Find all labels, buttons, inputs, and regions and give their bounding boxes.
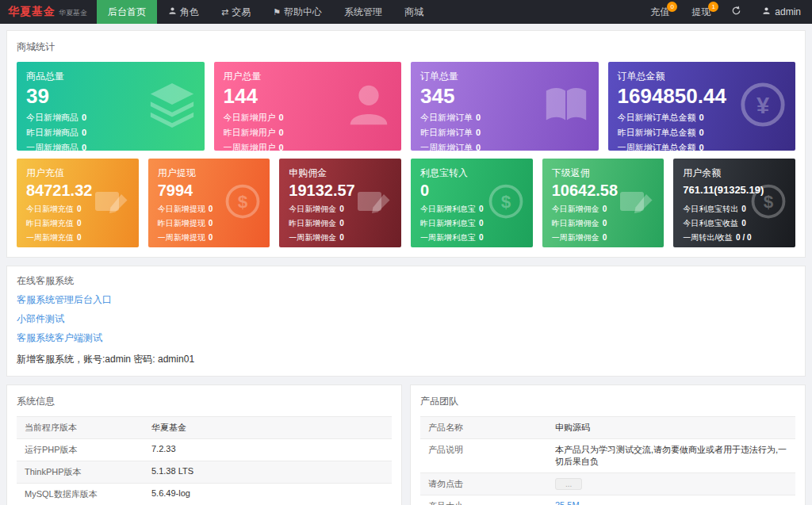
stat-line-value: 0 bbox=[82, 128, 86, 137]
nav-item-help[interactable]: ⚑ 帮助中心 bbox=[262, 0, 333, 24]
service-title: 在线客服系统 bbox=[17, 274, 795, 288]
nav-item-trade-label: 交易 bbox=[232, 6, 251, 19]
card-stat-line: 一周新增订单0 bbox=[420, 142, 589, 151]
stat-line-value: 0 bbox=[741, 219, 746, 228]
book-icon bbox=[542, 80, 591, 132]
table-row: 产品名称申购源码 bbox=[420, 417, 795, 439]
stat-line-value: 0 bbox=[339, 219, 344, 228]
card-title: 下级返佣 bbox=[552, 166, 655, 180]
table-row: MySQL数据库版本5.6.49-log bbox=[17, 484, 392, 505]
stat-line-value: 0 bbox=[82, 143, 86, 151]
stat-line-label: 一周新增用户 bbox=[224, 143, 276, 151]
stat-line-label: 一周新增商品 bbox=[26, 143, 79, 151]
card-title: 用户充值 bbox=[26, 166, 129, 180]
refresh-button[interactable] bbox=[722, 0, 751, 24]
system-info-title: 系统信息 bbox=[17, 395, 392, 408]
stat-line-label: 一周新增利息宝 bbox=[420, 233, 476, 242]
info-label: ThinkPHP版本 bbox=[17, 461, 144, 483]
stat-card-balance: 用户余额 761.11(91325.19) 今日利息宝转出0 今日利息宝收益0 … bbox=[673, 159, 795, 247]
do-not-click-pill[interactable]: ... bbox=[555, 478, 582, 490]
stat-line-label: 昨日新增佣金 bbox=[289, 219, 336, 228]
stat-line-label: 昨日新增充值 bbox=[26, 219, 74, 228]
stat-line-label: 昨日新增佣金 bbox=[552, 219, 599, 228]
info-value: 5.1.38 LTS bbox=[144, 461, 392, 483]
stat-line-value: 0 bbox=[479, 219, 484, 228]
stats-row-1: 商品总量 39 今日新增商品0 昨日新增商品0 一周新增商品0 用户总量 144… bbox=[17, 62, 795, 151]
product-team-title: 产品团队 bbox=[420, 395, 795, 408]
stat-line-label: 今日新增商品 bbox=[26, 113, 79, 122]
stat-card-interest-in: 利息宝转入 0 今日新增利息宝0 昨日新增利息宝0 一周新增利息宝0 $ bbox=[411, 159, 533, 247]
stat-line-value: 0 bbox=[603, 233, 607, 242]
system-info-panel: 系统信息 当前程序版本华夏基金 运行PHP版本7.2.33 ThinkPHP版本… bbox=[6, 384, 402, 505]
navbar-right: 充值 0 提现 1 admin bbox=[639, 0, 812, 24]
card-stat-line: 一周新增佣金0 bbox=[289, 232, 392, 243]
nav-item-trade[interactable]: ⇄ 交易 bbox=[210, 0, 262, 24]
stat-line-label: 一周新增订单 bbox=[420, 143, 473, 151]
stat-line-label: 昨日新增利息宝 bbox=[420, 219, 476, 228]
nav-item-home[interactable]: 后台首页 bbox=[97, 0, 157, 24]
stat-line-label: 一周新增充值 bbox=[26, 233, 74, 242]
table-row: 当前程序版本华夏基金 bbox=[17, 417, 392, 439]
stat-line-value: 0 bbox=[279, 128, 284, 137]
stat-line-value: 0 bbox=[339, 205, 344, 213]
card-stat-line: 昨日新增提现0 bbox=[158, 218, 261, 229]
recharge-button[interactable]: 充值 0 bbox=[639, 0, 680, 24]
stat-line-label: 今日新增佣金 bbox=[289, 205, 336, 213]
nav-item-help-label: 帮助中心 bbox=[284, 6, 322, 19]
stat-line-label: 今日新增订单总金额 bbox=[618, 113, 696, 122]
stat-line-label: 今日新增利息宝 bbox=[420, 205, 476, 213]
card-stat-line: 今日新增充值0 bbox=[26, 204, 129, 215]
product-size-link[interactable]: 25.5M bbox=[547, 495, 795, 505]
info-value: 7.2.33 bbox=[144, 439, 392, 461]
client-test-link[interactable]: 客服系统客户端测试 bbox=[17, 331, 102, 345]
stat-line-label: 今日新增用户 bbox=[224, 113, 276, 122]
table-row: 请勿点击... bbox=[420, 473, 795, 495]
stat-line-label: 昨日新增用户 bbox=[224, 128, 276, 137]
card-stat-line: 今日新增佣金0 bbox=[289, 204, 392, 215]
user-icon bbox=[344, 80, 393, 132]
table-row: 产品说明本产品只为学习测试交流,请勿要做商业或者用于违法行为,一切后果自负 bbox=[420, 439, 795, 473]
stat-line-value: 0 bbox=[209, 205, 213, 213]
stat-card-orders: 订单总量 345 今日新增订单0 昨日新增订单0 一周新增订单0 bbox=[411, 62, 599, 151]
card-stat-line: 一周新增订单总金额0 bbox=[618, 142, 787, 151]
info-label: MySQL数据库版本 bbox=[17, 484, 144, 505]
yen-circle-icon: ¥ bbox=[738, 80, 787, 132]
card-stat-line: 昨日新增用户0 bbox=[224, 127, 393, 139]
admin-menu[interactable]: admin bbox=[751, 0, 812, 24]
product-value: 申购源码 bbox=[547, 417, 795, 438]
nav-item-home-label: 后台首页 bbox=[108, 6, 146, 19]
nav-item-mall[interactable]: 商城 bbox=[393, 0, 435, 24]
table-row: 运行PHP版本7.2.33 bbox=[17, 439, 392, 461]
card-stat-line: 昨日新增佣金0 bbox=[289, 218, 392, 229]
card-stat-line: 昨日新增充值0 bbox=[26, 218, 129, 229]
card-stat-line: 一周新增商品0 bbox=[26, 142, 195, 151]
stat-line-label: 昨日新增商品 bbox=[26, 128, 79, 137]
card-stat-line: 昨日新增订单0 bbox=[420, 127, 589, 139]
brand[interactable]: 华夏基金 华夏基金 bbox=[0, 0, 97, 24]
nav-item-roles[interactable]: 角色 bbox=[157, 0, 210, 24]
stats-row-2: 用户充值 84721.32 今日新增充值0 昨日新增充值0 一周新增充值0 用户… bbox=[17, 159, 795, 247]
card-stat-line: 一周新增用户0 bbox=[224, 142, 393, 151]
info-label: 当前程序版本 bbox=[17, 417, 144, 438]
mall-stats-title: 商城统计 bbox=[17, 40, 795, 54]
table-row: ThinkPHP版本5.1.38 LTS bbox=[17, 461, 392, 484]
stat-line-label: 昨日新增订单 bbox=[420, 128, 473, 137]
card-stat-line: 昨日新增商品0 bbox=[26, 127, 195, 139]
brand-subtitle: 华夏基金 bbox=[59, 8, 87, 18]
stat-line-label: 今日新增佣金 bbox=[552, 205, 599, 213]
nav-item-system[interactable]: 系统管理 bbox=[333, 0, 393, 24]
info-value: 华夏基金 bbox=[144, 417, 392, 438]
refresh-icon bbox=[731, 6, 741, 18]
service-admin-link[interactable]: 客服系统管理后台入口 bbox=[17, 293, 112, 307]
stat-card-users: 用户总量 144 今日新增用户0 昨日新增用户0 一周新增用户0 bbox=[214, 62, 402, 151]
service-panel: 在线客服系统 客服系统管理后台入口 小部件测试 客服系统客户端测试 新增客服系统… bbox=[6, 266, 806, 377]
card-stat-line: 今日新增提现0 bbox=[158, 204, 261, 215]
card-stat-line: 今日利息宝收益0 bbox=[683, 218, 786, 229]
card-stat-line: 一周新增利息宝0 bbox=[420, 232, 523, 243]
widget-test-link[interactable]: 小部件测试 bbox=[17, 312, 64, 326]
stat-line-value: 0 bbox=[279, 143, 284, 151]
product-value: 本产品只为学习测试交流,请勿要做商业或者用于违法行为,一切后果自负 bbox=[547, 439, 795, 472]
card-title: 用户提现 bbox=[158, 166, 261, 180]
withdraw-button[interactable]: 提现 1 bbox=[680, 0, 722, 24]
stat-line-label: 昨日新增订单总金额 bbox=[618, 128, 696, 137]
